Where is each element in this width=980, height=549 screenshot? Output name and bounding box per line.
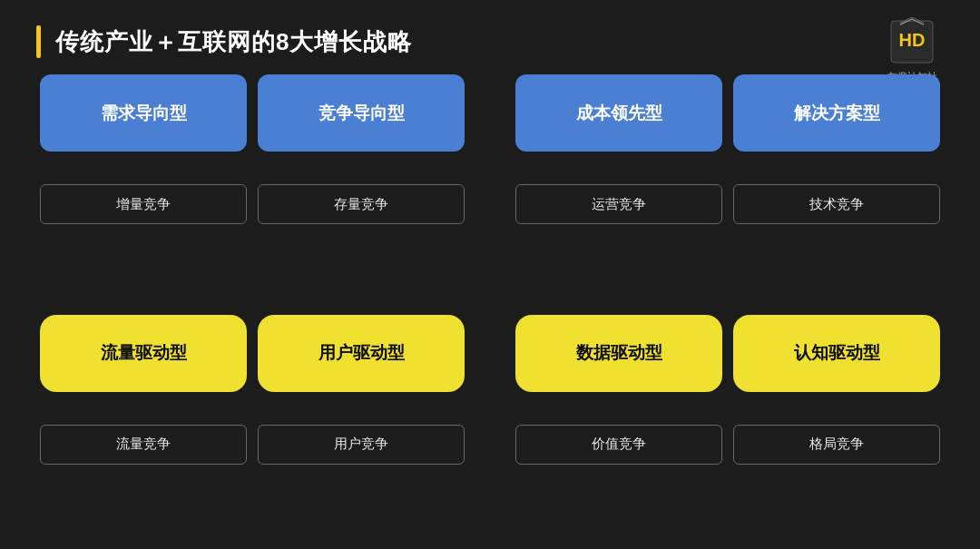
card-data: 数据驱动型 — [515, 315, 722, 392]
sub-solution: 技术竞争 — [809, 196, 864, 213]
sub-cost: 运营竞争 — [592, 196, 646, 213]
sub-data: 价值竞争 — [592, 436, 646, 453]
card-data-label: 数据驱动型 — [576, 341, 662, 365]
label-cost: 运营竞争 — [515, 184, 722, 224]
blue-labels-row: 增量竞争 存量竞争 运营竞争 技术竞争 — [34, 184, 946, 294]
card-demand-label: 需求导向型 — [101, 102, 187, 125]
section-gap — [34, 295, 946, 315]
col-traffic: 流量驱动型 — [34, 315, 252, 425]
mid-gap-top — [470, 74, 510, 184]
top-block: 需求导向型 竞争导向型 成本领先型 — [34, 74, 946, 295]
card-solution: 解决方案型 — [733, 74, 940, 152]
blue-cards-row: 需求导向型 竞争导向型 成本领先型 — [34, 74, 946, 184]
title-accent — [36, 25, 41, 58]
label-traffic: 流量竞争 — [40, 425, 247, 465]
col-solution-lbl: 技术竞争 — [728, 184, 946, 294]
mid-gap-bottom — [470, 315, 510, 425]
col-user: 用户驱动型 — [252, 315, 470, 425]
card-compete-label: 竞争导向型 — [318, 102, 405, 125]
logo-icon: HD — [887, 17, 936, 66]
card-cost: 成本领先型 — [515, 74, 722, 152]
main-content: 需求导向型 竞争导向型 成本领先型 — [34, 74, 946, 534]
col-cognition-lbl: 格局竞争 — [728, 425, 946, 534]
label-user: 用户竞争 — [258, 425, 465, 465]
card-cognition-label: 认知驱动型 — [794, 341, 880, 365]
sub-compete: 存量竞争 — [334, 196, 388, 213]
col-cognition: 认知驱动型 — [728, 315, 946, 425]
card-compete: 竞争导向型 — [258, 74, 465, 152]
label-compete: 存量竞争 — [258, 184, 465, 224]
label-cognition: 格局竞争 — [733, 425, 940, 465]
sub-traffic: 流量竞争 — [116, 436, 171, 453]
col-compete: 竞争导向型 — [252, 74, 470, 184]
sub-cognition: 格局竞争 — [809, 436, 864, 453]
card-user-label: 用户驱动型 — [318, 341, 405, 365]
page: 传统产业＋互联网的8大增长战略 HD 灰度认知社 需求导向型 — [0, 0, 980, 549]
col-data-lbl: 价值竞争 — [510, 425, 728, 534]
page-title: 传统产业＋互联网的8大增长战略 — [55, 26, 412, 58]
label-solution: 技术竞争 — [733, 184, 940, 224]
card-solution-label: 解决方案型 — [794, 102, 880, 125]
card-user: 用户驱动型 — [258, 315, 465, 392]
card-traffic-label: 流量驱动型 — [101, 341, 187, 365]
yellow-cards-row: 流量驱动型 用户驱动型 数据驱动型 — [34, 315, 946, 425]
col-compete-lbl: 存量竞争 — [252, 184, 470, 294]
col-data: 数据驱动型 — [510, 315, 728, 425]
title-bar: 传统产业＋互联网的8大增长战略 — [0, 0, 980, 58]
col-cost: 成本领先型 — [510, 74, 728, 184]
col-solution: 解决方案型 — [728, 74, 946, 184]
col-traffic-lbl: 流量竞争 — [34, 425, 252, 534]
col-cost-lbl: 运营竞争 — [510, 184, 728, 294]
col-user-lbl: 用户竞争 — [252, 425, 470, 534]
yellow-labels-row: 流量竞争 用户竞争 价值竞争 格局竞争 — [34, 425, 946, 534]
mid-gap-bottom-lbl — [470, 425, 510, 534]
sub-demand: 增量竞争 — [116, 196, 171, 213]
col-demand: 需求导向型 — [34, 74, 252, 184]
bottom-block: 流量驱动型 用户驱动型 数据驱动型 — [34, 315, 946, 535]
card-traffic: 流量驱动型 — [40, 315, 247, 392]
label-data: 价值竞争 — [515, 425, 722, 465]
col-demand-lbl: 增量竞争 — [34, 184, 252, 294]
label-demand: 增量竞争 — [40, 184, 247, 224]
mid-gap-top-lbl — [470, 184, 510, 294]
sub-user: 用户竞争 — [334, 436, 388, 453]
card-cognition: 认知驱动型 — [733, 315, 940, 392]
card-demand: 需求导向型 — [40, 74, 247, 152]
svg-text:HD: HD — [899, 30, 926, 50]
card-cost-label: 成本领先型 — [576, 102, 662, 125]
